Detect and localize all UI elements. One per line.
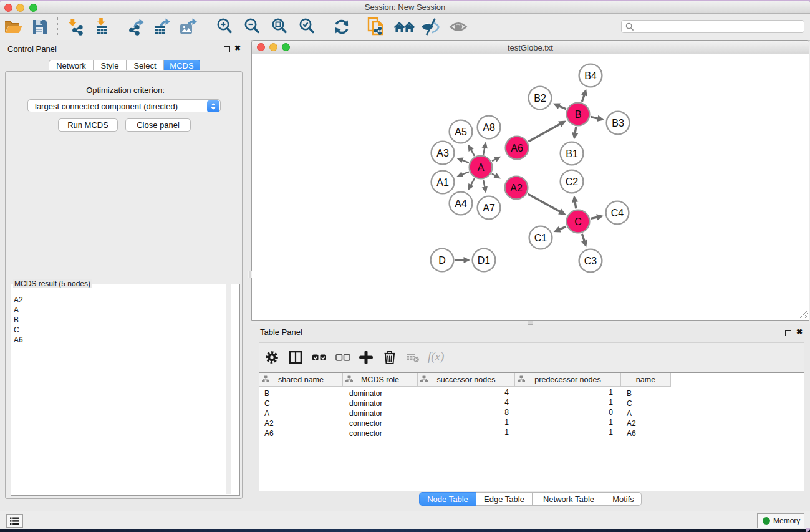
svg-text:C1: C1 [534,233,547,243]
svg-text:B3: B3 [612,118,624,128]
svg-text:C: C [574,216,582,227]
svg-text:A7: A7 [483,203,495,213]
svg-text:A3: A3 [436,148,449,158]
svg-text:A: A [478,162,485,173]
svg-text:B4: B4 [584,70,597,81]
svg-text:C2: C2 [566,177,579,187]
svg-text:B1: B1 [566,148,578,159]
svg-text:A8: A8 [483,122,495,133]
svg-text:C4: C4 [611,208,624,218]
svg-text:A2: A2 [510,183,523,193]
svg-text:A1: A1 [436,177,449,188]
svg-text:D: D [438,255,446,266]
svg-text:D1: D1 [478,255,491,266]
svg-text:A4: A4 [455,198,467,209]
svg-text:B2: B2 [534,93,546,104]
svg-text:A5: A5 [455,127,467,137]
svg-text:A6: A6 [511,143,523,153]
svg-text:B: B [575,109,582,120]
svg-text:C3: C3 [584,256,597,266]
